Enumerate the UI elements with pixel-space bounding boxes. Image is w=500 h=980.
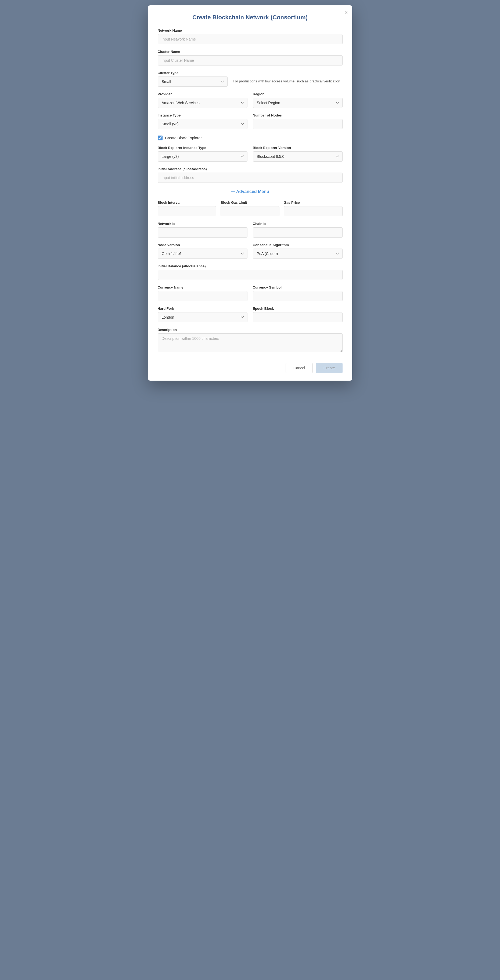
region-label: Region <box>253 92 343 96</box>
region-select[interactable]: Select Region us-east-1 us-west-2 ap-nor… <box>253 98 343 108</box>
block-gas-limit-input[interactable]: 100,000,000 <box>220 206 280 216</box>
block-gas-limit-label: Block Gas Limit <box>220 200 280 205</box>
provider-group: Provider Amazon Web Services Azure GCP <box>158 92 248 108</box>
hard-fork-select[interactable]: London Berlin Istanbul <box>158 312 248 322</box>
hard-fork-col: Hard Fork London Berlin Istanbul <box>158 307 248 328</box>
initial-balance-label: Initial Balance (allocBalance) <box>158 264 343 268</box>
modal-title: Create Blockchain Network (Consortium) <box>158 14 343 21</box>
nodes-input[interactable]: 8 <box>253 119 343 129</box>
cluster-name-label: Cluster Name <box>158 50 343 54</box>
be-instance-type-col: Block Explorer Instance Type Small (v3) … <box>158 146 248 167</box>
modal-overlay: × Create Blockchain Network (Consortium)… <box>148 5 352 380</box>
provider-region-row: Provider Amazon Web Services Azure GCP R… <box>158 92 343 113</box>
currency-name-input[interactable]: Ether <box>158 291 248 301</box>
consensus-col: Consensus Algorithm PoA (Clique) PoW PoS <box>253 243 343 264</box>
consensus-group: Consensus Algorithm PoA (Clique) PoW PoS <box>253 243 343 259</box>
chain-id-col: Chain Id 1337 <box>253 222 343 243</box>
nodes-group: Number of Nodes 8 <box>253 113 343 129</box>
region-col: Region Select Region us-east-1 us-west-2… <box>253 92 343 113</box>
node-consensus-row: Node Version Geth 1.11.6 Geth 1.10.0 Con… <box>158 243 343 264</box>
initial-balance-input[interactable]: 0x33B2E3C9FD0803CE8000000 <box>158 270 343 280</box>
instance-type-select[interactable]: Small (v3) Medium (v3) Large (v3) <box>158 119 248 129</box>
gas-price-input[interactable]: 1,000,000,000 <box>284 206 343 216</box>
cluster-name-group: Cluster Name <box>158 50 343 65</box>
network-id-label: Network Id <box>158 222 248 226</box>
cluster-type-select-wrap: Small Medium Large <box>158 76 228 87</box>
provider-select[interactable]: Amazon Web Services Azure GCP <box>158 98 248 108</box>
network-id-input[interactable] <box>158 228 248 237</box>
be-version-select[interactable]: Blockscout 6.5.0 Blockscout 6.0.0 <box>253 151 343 162</box>
instance-type-group: Instance Type Small (v3) Medium (v3) Lar… <box>158 113 248 129</box>
node-version-group: Node Version Geth 1.11.6 Geth 1.10.0 <box>158 243 248 259</box>
block-gas-row: Block Interval 5 Block Gas Limit 100,000… <box>158 200 343 216</box>
block-interval-label: Block Interval <box>158 200 217 205</box>
region-group: Region Select Region us-east-1 us-west-2… <box>253 92 343 108</box>
consensus-select[interactable]: PoA (Clique) PoW PoS <box>253 248 343 259</box>
currency-symbol-label: Currency Symbol <box>253 285 343 290</box>
cluster-type-select[interactable]: Small Medium Large <box>158 76 228 87</box>
initial-address-label: Initial Address (allocAddress) <box>158 167 343 171</box>
instance-nodes-row: Instance Type Small (v3) Medium (v3) Lar… <box>158 113 343 134</box>
be-version-col: Block Explorer Version Blockscout 6.5.0 … <box>253 146 343 167</box>
description-textarea[interactable] <box>158 333 343 352</box>
network-id-col: Network Id <box>158 222 248 243</box>
initial-balance-group: Initial Balance (allocBalance) 0x33B2E3C… <box>158 264 343 280</box>
nodes-col: Number of Nodes 8 <box>253 113 343 134</box>
node-version-select[interactable]: Geth 1.11.6 Geth 1.10.0 <box>158 248 248 259</box>
create-block-explorer-checkbox[interactable] <box>158 135 163 140</box>
node-version-label: Node Version <box>158 243 248 247</box>
epoch-block-input[interactable]: 30,000 <box>253 312 343 322</box>
initial-address-group: Initial Address (allocAddress) <box>158 167 343 183</box>
currency-name-group: Currency Name Ether <box>158 285 248 301</box>
block-gas-limit-col: Block Gas Limit 100,000,000 <box>220 200 280 216</box>
initial-address-input[interactable] <box>158 173 343 183</box>
chain-id-group: Chain Id 1337 <box>253 222 343 237</box>
be-instance-type-label: Block Explorer Instance Type <box>158 146 248 150</box>
instance-type-label: Instance Type <box>158 113 248 117</box>
cancel-button[interactable]: Cancel <box>286 363 313 373</box>
chain-id-input[interactable]: 1337 <box>253 228 343 237</box>
consensus-label: Consensus Algorithm <box>253 243 343 247</box>
create-block-explorer-label: Create Block Explorer <box>165 136 202 140</box>
provider-col: Provider Amazon Web Services Azure GCP <box>158 92 248 113</box>
epoch-block-col: Epoch Block 30,000 <box>253 307 343 328</box>
cluster-type-group: Cluster Type Small Medium Large For prod… <box>158 71 343 87</box>
advanced-menu-label[interactable]: — Advanced Menu <box>231 189 269 194</box>
be-instance-type-select[interactable]: Small (v3) Medium (v3) Large (v3) <box>158 151 248 162</box>
advanced-menu-divider: — Advanced Menu <box>158 189 343 194</box>
network-name-group: Network Name <box>158 29 343 44</box>
block-explorer-checkbox-row: Create Block Explorer <box>158 135 343 140</box>
hard-fork-group: Hard Fork London Berlin Istanbul <box>158 307 248 322</box>
create-button[interactable]: Create <box>316 363 342 373</box>
cluster-name-input[interactable] <box>158 55 343 65</box>
close-button[interactable]: × <box>344 10 348 16</box>
currency-row: Currency Name Ether Currency Symbol ETH <box>158 285 343 307</box>
epoch-block-group: Epoch Block 30,000 <box>253 307 343 322</box>
block-explorer-row: Block Explorer Instance Type Small (v3) … <box>158 146 343 167</box>
cluster-type-hint: For productions with low access volume, … <box>233 76 343 84</box>
node-version-col: Node Version Geth 1.11.6 Geth 1.10.0 <box>158 243 248 264</box>
be-version-group: Block Explorer Version Blockscout 6.5.0 … <box>253 146 343 162</box>
modal-footer: Cancel Create <box>158 361 343 373</box>
modal: × Create Blockchain Network (Consortium)… <box>148 5 352 380</box>
currency-name-label: Currency Name <box>158 285 248 290</box>
block-interval-col: Block Interval 5 <box>158 200 217 216</box>
description-label: Description <box>158 328 343 332</box>
chain-id-label: Chain Id <box>253 222 343 226</box>
be-instance-type-group: Block Explorer Instance Type Small (v3) … <box>158 146 248 162</box>
instance-type-col: Instance Type Small (v3) Medium (v3) Lar… <box>158 113 248 134</box>
network-chain-row: Network Id Chain Id 1337 <box>158 222 343 243</box>
be-version-label: Block Explorer Version <box>253 146 343 150</box>
hard-fork-label: Hard Fork <box>158 307 248 310</box>
currency-symbol-input[interactable]: ETH <box>253 291 343 301</box>
gas-price-label: Gas Price <box>284 200 343 205</box>
currency-name-col: Currency Name Ether <box>158 285 248 307</box>
network-name-input[interactable] <box>158 34 343 44</box>
block-interval-input[interactable]: 5 <box>158 206 217 216</box>
hardfork-epoch-row: Hard Fork London Berlin Istanbul Epoch B… <box>158 307 343 328</box>
nodes-label: Number of Nodes <box>253 113 343 117</box>
cluster-type-label: Cluster Type <box>158 71 343 75</box>
network-id-group: Network Id <box>158 222 248 237</box>
description-group: Description <box>158 328 343 353</box>
gas-price-col: Gas Price 1,000,000,000 <box>284 200 343 216</box>
